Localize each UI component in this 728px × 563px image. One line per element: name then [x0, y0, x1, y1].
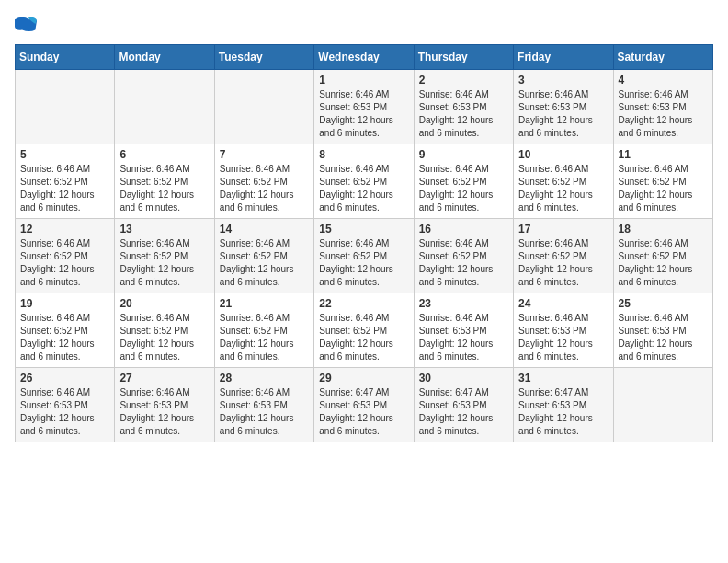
day-info: Sunrise: 6:46 AMSunset: 6:53 PMDaylight:… [419, 312, 508, 363]
day-number: 28 [220, 372, 309, 385]
calendar-week-2: 5Sunrise: 6:46 AMSunset: 6:52 PMDaylight… [16, 144, 713, 219]
calendar-cell: 29Sunrise: 6:47 AMSunset: 6:53 PMDayligh… [314, 368, 414, 442]
day-info: Sunrise: 6:46 AMSunset: 6:53 PMDaylight:… [419, 88, 508, 140]
calendar-cell [16, 70, 115, 144]
day-number: 27 [119, 372, 209, 385]
calendar-week-4: 19Sunrise: 6:46 AMSunset: 6:52 PMDayligh… [16, 293, 713, 368]
calendar-cell [115, 70, 214, 144]
day-number: 9 [419, 148, 508, 161]
day-info: Sunrise: 6:46 AMSunset: 6:52 PMDaylight:… [220, 163, 309, 214]
day-number: 17 [518, 223, 608, 236]
day-info: Sunrise: 6:46 AMSunset: 6:52 PMDaylight:… [419, 163, 508, 214]
calendar-cell: 2Sunrise: 6:46 AMSunset: 6:53 PMDaylight… [414, 70, 513, 144]
calendar-cell: 21Sunrise: 6:46 AMSunset: 6:52 PMDayligh… [214, 293, 313, 368]
calendar-cell: 18Sunrise: 6:46 AMSunset: 6:52 PMDayligh… [613, 219, 712, 293]
day-info: Sunrise: 6:46 AMSunset: 6:52 PMDaylight:… [319, 163, 408, 214]
calendar-cell: 30Sunrise: 6:47 AMSunset: 6:53 PMDayligh… [414, 368, 513, 442]
calendar-week-1: 1Sunrise: 6:46 AMSunset: 6:53 PMDaylight… [16, 70, 713, 144]
day-info: Sunrise: 6:46 AMSunset: 6:52 PMDaylight:… [119, 163, 209, 214]
day-number: 24 [518, 297, 608, 310]
day-info: Sunrise: 6:46 AMSunset: 6:52 PMDaylight:… [20, 312, 109, 363]
calendar-cell: 25Sunrise: 6:46 AMSunset: 6:53 PMDayligh… [613, 293, 712, 368]
day-info: Sunrise: 6:46 AMSunset: 6:53 PMDaylight:… [220, 386, 309, 438]
weekday-header-row: SundayMondayTuesdayWednesdayThursdayFrid… [16, 45, 713, 70]
calendar-cell: 20Sunrise: 6:46 AMSunset: 6:52 PMDayligh… [115, 293, 214, 368]
weekday-header-friday: Friday [514, 45, 613, 70]
calendar-cell: 17Sunrise: 6:46 AMSunset: 6:52 PMDayligh… [514, 219, 613, 293]
calendar-cell: 10Sunrise: 6:46 AMSunset: 6:52 PMDayligh… [514, 144, 613, 219]
weekday-header-monday: Monday [115, 45, 214, 70]
day-number: 15 [319, 223, 408, 236]
day-number: 10 [518, 148, 608, 161]
day-number: 3 [518, 74, 608, 86]
day-info: Sunrise: 6:46 AMSunset: 6:52 PMDaylight:… [119, 312, 209, 363]
calendar-cell: 9Sunrise: 6:46 AMSunset: 6:52 PMDaylight… [414, 144, 513, 219]
day-number: 5 [20, 148, 109, 161]
calendar-cell: 28Sunrise: 6:46 AMSunset: 6:53 PMDayligh… [214, 368, 313, 442]
day-number: 18 [619, 223, 708, 236]
weekday-header-tuesday: Tuesday [214, 45, 313, 70]
day-number: 11 [619, 148, 708, 161]
calendar-cell: 3Sunrise: 6:46 AMSunset: 6:53 PMDaylight… [514, 70, 613, 144]
day-info: Sunrise: 6:46 AMSunset: 6:52 PMDaylight:… [220, 312, 309, 363]
calendar-cell: 27Sunrise: 6:46 AMSunset: 6:53 PMDayligh… [115, 368, 214, 442]
day-number: 26 [20, 372, 109, 385]
calendar-cell: 22Sunrise: 6:46 AMSunset: 6:52 PMDayligh… [314, 293, 414, 368]
day-number: 4 [619, 74, 708, 86]
calendar-cell: 7Sunrise: 6:46 AMSunset: 6:52 PMDaylight… [214, 144, 313, 219]
calendar-week-5: 26Sunrise: 6:46 AMSunset: 6:53 PMDayligh… [16, 368, 713, 442]
calendar-cell: 23Sunrise: 6:46 AMSunset: 6:53 PMDayligh… [414, 293, 513, 368]
day-info: Sunrise: 6:46 AMSunset: 6:52 PMDaylight:… [20, 237, 109, 289]
day-info: Sunrise: 6:46 AMSunset: 6:53 PMDaylight:… [619, 88, 708, 140]
calendar-cell: 24Sunrise: 6:46 AMSunset: 6:53 PMDayligh… [514, 293, 613, 368]
day-number: 7 [220, 148, 309, 161]
weekday-header-wednesday: Wednesday [314, 45, 414, 70]
day-number: 21 [220, 297, 309, 310]
calendar-cell [613, 368, 712, 442]
weekday-header-thursday: Thursday [414, 45, 513, 70]
day-number: 22 [319, 297, 408, 310]
day-info: Sunrise: 6:46 AMSunset: 6:53 PMDaylight:… [20, 386, 109, 438]
weekday-header-sunday: Sunday [16, 45, 115, 70]
day-info: Sunrise: 6:46 AMSunset: 6:53 PMDaylight:… [119, 386, 209, 438]
calendar-cell: 19Sunrise: 6:46 AMSunset: 6:52 PMDayligh… [16, 293, 115, 368]
day-number: 8 [319, 148, 408, 161]
day-info: Sunrise: 6:46 AMSunset: 6:52 PMDaylight:… [319, 312, 408, 363]
day-info: Sunrise: 6:46 AMSunset: 6:53 PMDaylight:… [619, 312, 708, 363]
day-info: Sunrise: 6:47 AMSunset: 6:53 PMDaylight:… [419, 386, 508, 438]
day-number: 6 [119, 148, 209, 161]
day-info: Sunrise: 6:47 AMSunset: 6:53 PMDaylight:… [518, 386, 608, 438]
day-number: 2 [419, 74, 508, 86]
calendar-week-3: 12Sunrise: 6:46 AMSunset: 6:52 PMDayligh… [16, 219, 713, 293]
calendar-cell: 31Sunrise: 6:47 AMSunset: 6:53 PMDayligh… [514, 368, 613, 442]
calendar-cell [214, 70, 313, 144]
weekday-header-saturday: Saturday [613, 45, 712, 70]
logo [15, 15, 40, 33]
day-info: Sunrise: 6:46 AMSunset: 6:52 PMDaylight:… [20, 163, 109, 214]
calendar-cell: 6Sunrise: 6:46 AMSunset: 6:52 PMDaylight… [115, 144, 214, 219]
day-info: Sunrise: 6:46 AMSunset: 6:53 PMDaylight:… [518, 312, 608, 363]
day-info: Sunrise: 6:46 AMSunset: 6:52 PMDaylight:… [119, 237, 209, 289]
calendar-table: SundayMondayTuesdayWednesdayThursdayFrid… [15, 44, 713, 442]
calendar-cell: 14Sunrise: 6:46 AMSunset: 6:52 PMDayligh… [214, 219, 313, 293]
calendar-cell: 11Sunrise: 6:46 AMSunset: 6:52 PMDayligh… [613, 144, 712, 219]
calendar-cell: 8Sunrise: 6:46 AMSunset: 6:52 PMDaylight… [314, 144, 414, 219]
day-number: 19 [20, 297, 109, 310]
day-number: 31 [518, 372, 608, 385]
calendar-cell: 15Sunrise: 6:46 AMSunset: 6:52 PMDayligh… [314, 219, 414, 293]
day-number: 20 [119, 297, 209, 310]
day-info: Sunrise: 6:46 AMSunset: 6:52 PMDaylight:… [619, 237, 708, 289]
day-number: 16 [419, 223, 508, 236]
calendar-cell: 26Sunrise: 6:46 AMSunset: 6:53 PMDayligh… [16, 368, 115, 442]
calendar-cell: 4Sunrise: 6:46 AMSunset: 6:53 PMDaylight… [613, 70, 712, 144]
calendar-cell: 5Sunrise: 6:46 AMSunset: 6:52 PMDaylight… [16, 144, 115, 219]
day-number: 29 [319, 372, 408, 385]
day-number: 25 [619, 297, 708, 310]
day-info: Sunrise: 6:46 AMSunset: 6:52 PMDaylight:… [319, 237, 408, 289]
calendar-cell: 16Sunrise: 6:46 AMSunset: 6:52 PMDayligh… [414, 219, 513, 293]
day-info: Sunrise: 6:46 AMSunset: 6:52 PMDaylight:… [518, 163, 608, 214]
day-number: 13 [119, 223, 209, 236]
day-number: 12 [20, 223, 109, 236]
calendar-cell: 13Sunrise: 6:46 AMSunset: 6:52 PMDayligh… [115, 219, 214, 293]
day-info: Sunrise: 6:47 AMSunset: 6:53 PMDaylight:… [319, 386, 408, 438]
